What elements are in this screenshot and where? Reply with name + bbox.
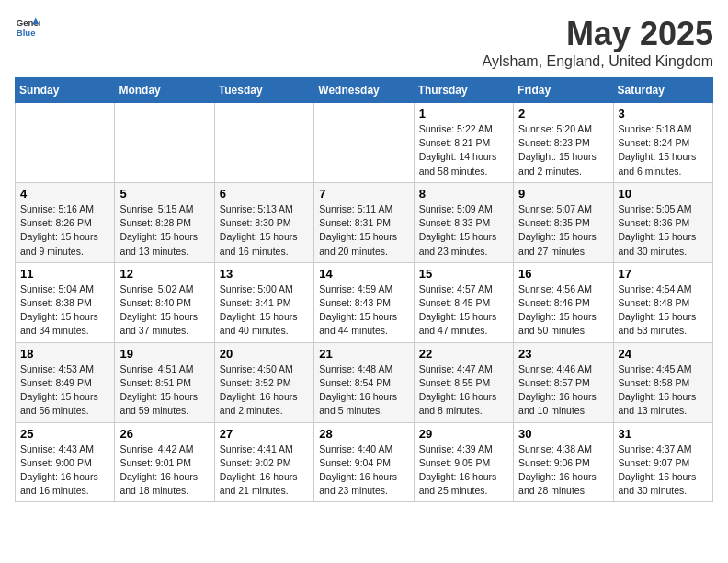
- day-number: 5: [119, 187, 209, 201]
- day-info: Sunrise: 4:43 AM Sunset: 9:00 PM Dayligh…: [20, 442, 109, 499]
- day-info: Sunrise: 5:20 AM Sunset: 8:23 PM Dayligh…: [518, 122, 608, 178]
- day-number: 29: [419, 427, 508, 441]
- day-number: 14: [319, 267, 408, 281]
- calendar-cell: 26Sunrise: 4:42 AM Sunset: 9:01 PM Dayli…: [115, 422, 214, 502]
- day-number: 20: [220, 347, 309, 361]
- calendar-cell: 17Sunrise: 4:54 AM Sunset: 8:48 PM Dayli…: [613, 262, 712, 342]
- weekday-header-tuesday: Tuesday: [214, 78, 313, 103]
- day-number: 19: [119, 347, 209, 361]
- day-number: 30: [518, 427, 608, 441]
- day-info: Sunrise: 4:37 AM Sunset: 9:07 PM Dayligh…: [619, 442, 708, 499]
- calendar-cell: 19Sunrise: 4:51 AM Sunset: 8:51 PM Dayli…: [115, 342, 214, 422]
- logo-icon: General Blue: [15, 15, 40, 40]
- day-info: Sunrise: 4:56 AM Sunset: 8:46 PM Dayligh…: [518, 282, 608, 339]
- day-number: 15: [419, 267, 508, 281]
- day-info: Sunrise: 4:45 AM Sunset: 8:58 PM Dayligh…: [619, 362, 708, 419]
- day-info: Sunrise: 4:54 AM Sunset: 8:48 PM Dayligh…: [619, 282, 708, 339]
- day-info: Sunrise: 4:59 AM Sunset: 8:43 PM Dayligh…: [319, 282, 408, 339]
- calendar-cell: 20Sunrise: 4:50 AM Sunset: 8:52 PM Dayli…: [214, 342, 313, 422]
- page-header: General Blue May 2025 Aylsham, England, …: [15, 15, 713, 70]
- calendar-cell: 6Sunrise: 5:13 AM Sunset: 8:30 PM Daylig…: [214, 182, 313, 262]
- calendar-cell: 4Sunrise: 5:16 AM Sunset: 8:26 PM Daylig…: [16, 182, 115, 262]
- day-number: 26: [119, 427, 209, 441]
- calendar-week-5: 25Sunrise: 4:43 AM Sunset: 9:00 PM Dayli…: [16, 422, 713, 502]
- calendar-cell: [314, 103, 414, 183]
- day-number: 10: [619, 187, 708, 201]
- day-info: Sunrise: 4:50 AM Sunset: 8:52 PM Dayligh…: [220, 362, 309, 419]
- day-info: Sunrise: 4:41 AM Sunset: 9:02 PM Dayligh…: [220, 442, 309, 499]
- day-info: Sunrise: 4:46 AM Sunset: 8:57 PM Dayligh…: [518, 362, 608, 419]
- calendar-week-2: 4Sunrise: 5:16 AM Sunset: 8:26 PM Daylig…: [16, 182, 713, 262]
- day-info: Sunrise: 4:39 AM Sunset: 9:05 PM Dayligh…: [419, 442, 508, 499]
- calendar-cell: 8Sunrise: 5:09 AM Sunset: 8:33 PM Daylig…: [414, 182, 513, 262]
- calendar-cell: 18Sunrise: 4:53 AM Sunset: 8:49 PM Dayli…: [16, 342, 115, 422]
- day-info: Sunrise: 4:51 AM Sunset: 8:51 PM Dayligh…: [119, 362, 209, 419]
- calendar-cell: 16Sunrise: 4:56 AM Sunset: 8:46 PM Dayli…: [514, 262, 613, 342]
- day-info: Sunrise: 4:53 AM Sunset: 8:49 PM Dayligh…: [20, 362, 109, 419]
- day-number: 3: [619, 107, 708, 121]
- day-number: 16: [518, 267, 608, 281]
- day-number: 4: [20, 187, 109, 201]
- day-info: Sunrise: 5:02 AM Sunset: 8:40 PM Dayligh…: [119, 282, 209, 339]
- main-title: May 2025: [483, 15, 713, 53]
- calendar-cell: 27Sunrise: 4:41 AM Sunset: 9:02 PM Dayli…: [214, 422, 313, 502]
- weekday-header-wednesday: Wednesday: [314, 78, 414, 103]
- weekday-header-friday: Friday: [514, 78, 613, 103]
- day-info: Sunrise: 5:04 AM Sunset: 8:38 PM Dayligh…: [20, 282, 109, 339]
- calendar-cell: 3Sunrise: 5:18 AM Sunset: 8:24 PM Daylig…: [613, 103, 712, 183]
- calendar-cell: 11Sunrise: 5:04 AM Sunset: 8:38 PM Dayli…: [16, 262, 115, 342]
- day-number: 21: [319, 347, 408, 361]
- calendar-cell: 1Sunrise: 5:22 AM Sunset: 8:21 PM Daylig…: [414, 103, 513, 183]
- day-number: 12: [119, 267, 209, 281]
- day-info: Sunrise: 4:57 AM Sunset: 8:45 PM Dayligh…: [419, 282, 508, 339]
- day-number: 13: [220, 267, 309, 281]
- day-info: Sunrise: 4:38 AM Sunset: 9:06 PM Dayligh…: [518, 442, 608, 499]
- day-number: 24: [619, 347, 708, 361]
- day-info: Sunrise: 4:42 AM Sunset: 9:01 PM Dayligh…: [119, 442, 209, 499]
- calendar-week-4: 18Sunrise: 4:53 AM Sunset: 8:49 PM Dayli…: [16, 342, 713, 422]
- day-number: 22: [419, 347, 508, 361]
- day-info: Sunrise: 5:07 AM Sunset: 8:35 PM Dayligh…: [518, 202, 608, 259]
- calendar-cell: 13Sunrise: 5:00 AM Sunset: 8:41 PM Dayli…: [214, 262, 313, 342]
- day-number: 6: [220, 187, 309, 201]
- calendar-cell: 31Sunrise: 4:37 AM Sunset: 9:07 PM Dayli…: [613, 422, 712, 502]
- logo: General Blue: [15, 15, 40, 40]
- calendar-week-1: 1Sunrise: 5:22 AM Sunset: 8:21 PM Daylig…: [16, 103, 713, 183]
- day-number: 8: [419, 187, 508, 201]
- weekday-header-sunday: Sunday: [16, 78, 115, 103]
- day-info: Sunrise: 5:05 AM Sunset: 8:36 PM Dayligh…: [619, 202, 708, 259]
- calendar-cell: 12Sunrise: 5:02 AM Sunset: 8:40 PM Dayli…: [115, 262, 214, 342]
- svg-text:Blue: Blue: [17, 28, 36, 38]
- calendar-cell: [115, 103, 214, 183]
- day-number: 17: [619, 267, 708, 281]
- day-info: Sunrise: 5:16 AM Sunset: 8:26 PM Dayligh…: [20, 202, 109, 259]
- calendar-table: SundayMondayTuesdayWednesdayThursdayFrid…: [15, 77, 713, 502]
- day-info: Sunrise: 5:15 AM Sunset: 8:28 PM Dayligh…: [119, 202, 209, 259]
- day-number: 11: [20, 267, 109, 281]
- day-info: Sunrise: 4:48 AM Sunset: 8:54 PM Dayligh…: [319, 362, 408, 419]
- day-info: Sunrise: 5:09 AM Sunset: 8:33 PM Dayligh…: [419, 202, 508, 259]
- calendar-cell: 23Sunrise: 4:46 AM Sunset: 8:57 PM Dayli…: [514, 342, 613, 422]
- calendar-cell: 24Sunrise: 4:45 AM Sunset: 8:58 PM Dayli…: [613, 342, 712, 422]
- calendar-cell: 28Sunrise: 4:40 AM Sunset: 9:04 PM Dayli…: [314, 422, 414, 502]
- subtitle: Aylsham, England, United Kingdom: [483, 53, 713, 70]
- weekday-header-thursday: Thursday: [414, 78, 513, 103]
- calendar-cell: 21Sunrise: 4:48 AM Sunset: 8:54 PM Dayli…: [314, 342, 414, 422]
- calendar-cell: 30Sunrise: 4:38 AM Sunset: 9:06 PM Dayli…: [514, 422, 613, 502]
- day-info: Sunrise: 5:22 AM Sunset: 8:21 PM Dayligh…: [419, 122, 508, 178]
- day-number: 25: [20, 427, 109, 441]
- calendar-cell: 2Sunrise: 5:20 AM Sunset: 8:23 PM Daylig…: [514, 103, 613, 183]
- weekday-header-saturday: Saturday: [613, 78, 712, 103]
- day-number: 9: [518, 187, 608, 201]
- calendar-cell: [16, 103, 115, 183]
- calendar-cell: 25Sunrise: 4:43 AM Sunset: 9:00 PM Dayli…: [16, 422, 115, 502]
- day-info: Sunrise: 4:47 AM Sunset: 8:55 PM Dayligh…: [419, 362, 508, 419]
- day-info: Sunrise: 5:00 AM Sunset: 8:41 PM Dayligh…: [220, 282, 309, 339]
- day-number: 23: [518, 347, 608, 361]
- day-number: 31: [619, 427, 708, 441]
- day-info: Sunrise: 5:18 AM Sunset: 8:24 PM Dayligh…: [619, 122, 708, 178]
- day-info: Sunrise: 5:13 AM Sunset: 8:30 PM Dayligh…: [220, 202, 309, 259]
- day-number: 2: [518, 107, 608, 121]
- calendar-cell: [214, 103, 313, 183]
- day-info: Sunrise: 4:40 AM Sunset: 9:04 PM Dayligh…: [319, 442, 408, 499]
